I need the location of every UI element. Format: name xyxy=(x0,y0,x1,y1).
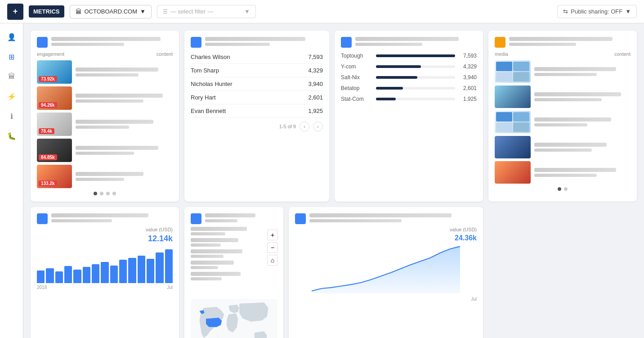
axis-label-right: Jul xyxy=(167,285,173,290)
bar-wrap xyxy=(376,76,455,79)
table-row: Tom Sharp 4,329 xyxy=(191,64,323,77)
dot-2[interactable] xyxy=(564,187,568,191)
sidebar-item-info[interactable]: ℹ xyxy=(4,108,20,124)
chart-header: value (USD) xyxy=(37,227,173,232)
bar-item xyxy=(83,267,90,283)
list-item: 78.4k xyxy=(37,113,173,136)
bar-item xyxy=(119,260,127,283)
dot-3[interactable] xyxy=(106,192,110,195)
pagination-row: 1-5 of 9 ‹ › xyxy=(191,122,323,131)
chart-label: value (USD) xyxy=(146,227,173,232)
company-leaderboard-widget: Toptough 7,593 Y-com 4,329 Salt-Nix xyxy=(335,31,483,202)
map-stat-row xyxy=(191,238,277,247)
prev-page-button[interactable]: ‹ xyxy=(300,122,309,131)
bar-chart xyxy=(37,247,173,283)
table-row: Y-com 4,329 xyxy=(341,61,477,72)
company-value: 4,329 xyxy=(459,63,477,70)
org-selector[interactable]: 🏛 OCTOBOARD.COM ▼ xyxy=(70,5,152,18)
map-stat-row xyxy=(191,261,277,269)
chart9-labels: Jul xyxy=(295,297,477,302)
list-item: 84.85k xyxy=(37,139,173,162)
map-widget: + − ⌂ xyxy=(184,207,283,338)
app-layout: 👤 ⊞ 🏛 ⚡ ℹ 🐛 engagement content xyxy=(0,23,644,338)
table-row: Charles Wilson 7,593 xyxy=(191,50,323,64)
table-row: Salt-Nix 3,940 xyxy=(341,72,477,83)
sidebar-item-bugs[interactable]: 🐛 xyxy=(4,128,20,144)
logo[interactable]: + xyxy=(7,4,23,20)
company-name: Salt-Nix xyxy=(341,74,372,81)
sidebar-item-integrations[interactable]: ⚡ xyxy=(4,88,20,104)
row-value: 7,593 xyxy=(308,54,323,60)
media-row xyxy=(495,161,631,184)
bar-item xyxy=(101,262,108,283)
content-label: content xyxy=(157,51,173,57)
line-chart-widget: value (USD) 24.36k xyxy=(289,207,483,338)
share-button[interactable]: ⇆ Public sharing: OFF ▼ xyxy=(557,5,637,18)
dot-2[interactable] xyxy=(100,192,103,195)
badge-4: 84.85k xyxy=(39,154,57,160)
table-row: Rory Hart 2,601 xyxy=(191,91,323,104)
bar-chart-widget: value (USD) 12.14k 2018 Jul xyxy=(31,207,179,338)
share-dropdown-icon: ▼ xyxy=(625,8,631,15)
bar-item xyxy=(165,249,173,283)
axis-label-right: Jul xyxy=(471,297,477,302)
main-content: engagement content 73.92k xyxy=(23,23,644,338)
widget4-icon xyxy=(495,37,505,48)
row3-text xyxy=(76,120,173,129)
bar-item xyxy=(92,264,99,283)
map-stat-row xyxy=(191,227,277,235)
bar-wrap xyxy=(376,54,455,57)
media-text-5 xyxy=(534,168,631,177)
next-page-button[interactable]: › xyxy=(313,122,323,131)
list-item: 94.26k xyxy=(37,86,173,110)
media-header: media content xyxy=(495,51,631,57)
media-text-3 xyxy=(534,117,631,126)
chart9-header: value (USD) xyxy=(295,227,477,232)
bar-item xyxy=(110,266,118,283)
sidebar-item-reports[interactable]: 🏛 xyxy=(4,68,20,85)
table-row: Betatop 2,601 xyxy=(341,83,477,94)
axis-label-left: 2018 xyxy=(37,285,47,290)
company-value: 3,940 xyxy=(459,74,477,81)
company-name: Y-com xyxy=(341,63,372,70)
bar-item xyxy=(138,256,145,283)
dot-1[interactable] xyxy=(94,192,97,195)
bar-fill xyxy=(376,54,455,57)
widget1-icon xyxy=(37,37,48,48)
media-thumb-3 xyxy=(495,111,531,133)
row4-text xyxy=(76,146,173,155)
media-row xyxy=(495,86,631,108)
metrics-label: METRICS xyxy=(29,5,64,18)
row1-text xyxy=(76,68,173,77)
row-name: Rory Hart xyxy=(191,94,308,101)
table-row: Stat-Com 1,925 xyxy=(341,94,477,104)
filter-selector[interactable]: ☰ — select filter — ▼ xyxy=(157,5,256,18)
company-name: Betatop xyxy=(341,85,372,91)
media-row xyxy=(495,60,631,83)
media-thumb-2 xyxy=(495,86,531,108)
bar-item xyxy=(147,259,154,283)
home-button[interactable]: ⌂ xyxy=(267,255,278,266)
media-text-1 xyxy=(534,67,631,76)
media-label: media xyxy=(495,51,508,57)
row2-text xyxy=(76,94,173,103)
row-name: Charles Wilson xyxy=(191,54,308,60)
list-item: 133.2k xyxy=(37,165,173,188)
content-label: content xyxy=(614,51,631,57)
dot-1[interactable] xyxy=(558,187,561,191)
dot-4[interactable] xyxy=(112,192,116,195)
company-name: Stat-Com xyxy=(341,96,372,102)
media-text-2 xyxy=(534,92,631,101)
media-row xyxy=(495,111,631,133)
widget9-icon xyxy=(295,213,306,224)
bar-item xyxy=(55,271,63,283)
media-widget: media content xyxy=(488,31,637,202)
bar-item xyxy=(37,270,45,283)
sidebar-item-profile[interactable]: 👤 xyxy=(4,29,20,45)
zoom-in-button[interactable]: + xyxy=(267,230,278,240)
sidebar-item-dashboard[interactable]: ⊞ xyxy=(4,49,20,65)
company-value: 1,925 xyxy=(459,96,477,102)
list-item: 73.92k xyxy=(37,60,173,84)
zoom-out-button[interactable]: − xyxy=(267,242,278,253)
row-value: 3,940 xyxy=(308,81,323,87)
